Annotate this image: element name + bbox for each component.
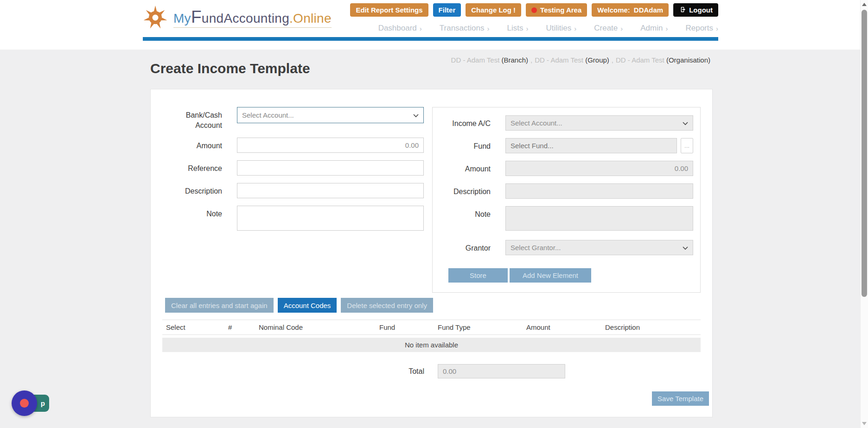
testing-area-button[interactable]: Testing Area (526, 3, 587, 17)
brand-wordmark: MyFundAccounting.Online (173, 8, 332, 28)
entries-table: Select # Nominal Code Fund Fund Type Amo… (162, 320, 701, 352)
element-amount-label: Amount (433, 161, 491, 176)
nav-transactions[interactable]: Transactions› (440, 24, 490, 33)
vertical-scrollbar[interactable] (860, 0, 868, 428)
income-ac-label: Income A/C (433, 115, 491, 131)
logout-icon (679, 6, 686, 14)
header-accent-bar (143, 37, 718, 41)
scroll-up-arrow-icon[interactable] (862, 3, 867, 6)
col-nominal-code: Nominal Code (255, 323, 376, 331)
col-amount: Amount (523, 323, 601, 331)
bank-cash-account-select[interactable]: Select Account... (237, 107, 424, 123)
delete-selected-entry-button[interactable]: Delete selected entry only (341, 298, 433, 313)
scroll-down-arrow-icon[interactable] (862, 422, 867, 425)
note-textarea[interactable] (237, 206, 424, 231)
grantor-select[interactable]: Select Grantor... (505, 240, 693, 255)
store-button[interactable]: Store (448, 268, 508, 283)
total-input (438, 364, 565, 378)
chevron-down-icon (683, 119, 688, 127)
welcome-badge[interactable]: Welcome: DDAdam (592, 3, 669, 17)
sun-logo-icon (142, 4, 169, 32)
breadcrumb: DD - Adam Test (Branch),DD - Adam Test (… (451, 56, 710, 64)
save-template-button[interactable]: Save Template (652, 391, 709, 406)
description-label: Description (178, 183, 222, 198)
income-ac-select[interactable]: Select Account... (505, 115, 693, 131)
amount-label: Amount (178, 138, 222, 153)
entries-table-header: Select # Nominal Code Fund Fund Type Amo… (162, 320, 701, 335)
fund-input[interactable] (505, 138, 677, 153)
nav-dashboard[interactable]: Dashboard› (378, 24, 422, 33)
bank-details-form: Bank/Cash Account Select Account... Amou… (178, 107, 424, 240)
chevron-right-icon: › (620, 25, 623, 32)
col-number: # (224, 323, 255, 331)
col-select: Select (162, 323, 224, 331)
edit-report-settings-button[interactable]: Edit Report Settings (350, 3, 428, 17)
col-fund: Fund (376, 323, 434, 331)
col-description: Description (601, 323, 701, 331)
reference-input[interactable] (237, 160, 424, 176)
template-form-card: Bank/Cash Account Select Account... Amou… (150, 89, 713, 417)
nav-utilities[interactable]: Utilities› (546, 24, 576, 33)
feedback-widget-button[interactable] (12, 390, 37, 416)
logout-button[interactable]: Logout (673, 3, 718, 17)
main-navigation: Dashboard› Transactions› Lists› Utilitie… (378, 24, 718, 33)
income-element-panel: Income A/C Select Account... Fund (432, 107, 701, 293)
total-row: Total (151, 364, 712, 378)
testing-status-dot-icon (531, 7, 537, 13)
col-fund-type: Fund Type (434, 323, 523, 331)
element-note-textarea[interactable] (505, 206, 693, 231)
amount-input[interactable] (237, 138, 424, 153)
total-label: Total (151, 367, 424, 376)
filter-button[interactable]: Filter (433, 3, 461, 17)
chevron-right-icon: › (526, 25, 528, 32)
chevron-down-icon (683, 244, 688, 252)
fund-browse-button[interactable]: ... (681, 138, 693, 153)
element-amount-input[interactable] (505, 161, 693, 176)
chevron-right-icon: › (665, 25, 668, 32)
clear-all-entries-button[interactable]: Clear all entries and start again (165, 298, 274, 313)
header-toolbar: Edit Report Settings Filter Change Log !… (350, 3, 718, 17)
feedback-dot-icon (20, 399, 29, 408)
nav-create[interactable]: Create› (594, 24, 623, 33)
chevron-right-icon: › (574, 25, 576, 32)
app-logo[interactable]: MyFundAccounting.Online (142, 4, 332, 32)
element-description-label: Description (433, 183, 491, 199)
bank-cash-account-label: Bank/Cash Account (178, 107, 222, 130)
chevron-right-icon: › (420, 25, 422, 32)
fund-label: Fund (433, 138, 491, 153)
grantor-label: Grantor (433, 240, 491, 255)
reference-label: Reference (178, 160, 222, 176)
page-title: Create Income Template (0, 50, 868, 76)
note-label: Note (178, 206, 222, 233)
top-header: MyFundAccounting.Online Edit Report Sett… (0, 0, 868, 50)
description-input[interactable] (237, 183, 424, 198)
nav-reports[interactable]: Reports› (685, 24, 718, 33)
change-log-button[interactable]: Change Log ! (466, 3, 521, 17)
scrollbar-thumb[interactable] (862, 10, 867, 297)
element-description-input[interactable] (505, 183, 693, 199)
chevron-right-icon: › (716, 25, 718, 32)
element-note-label: Note (433, 206, 491, 233)
nav-admin[interactable]: Admin› (640, 24, 668, 33)
chevron-down-icon (413, 111, 419, 119)
chevron-right-icon: › (487, 25, 489, 32)
entry-actions: Clear all entries and start again Accoun… (165, 298, 712, 313)
empty-state-row: No item available (162, 338, 701, 352)
nav-lists[interactable]: Lists› (507, 24, 528, 33)
main-content: DD - Adam Test (Branch),DD - Adam Test (… (0, 50, 868, 417)
account-codes-button[interactable]: Account Codes (278, 298, 337, 313)
add-new-element-button[interactable]: Add New Element (510, 268, 591, 283)
